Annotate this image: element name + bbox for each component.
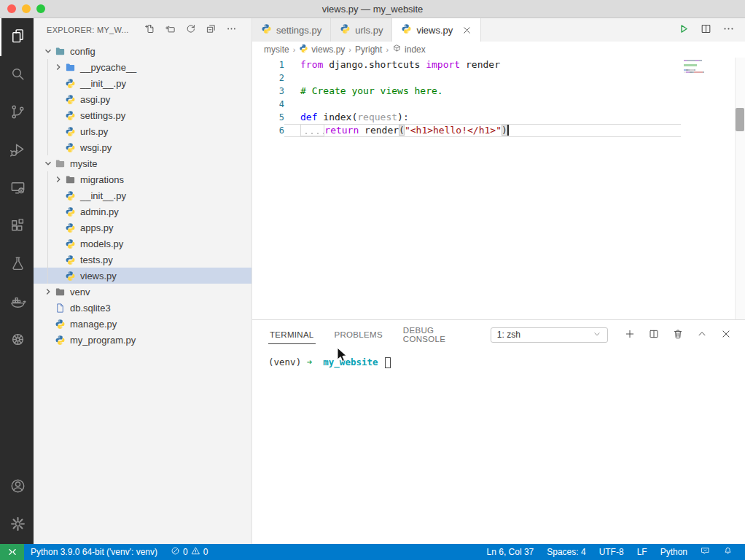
- breadcrumb-item-mysite[interactable]: mysite: [264, 44, 289, 55]
- python-icon: [64, 77, 76, 89]
- tree-indent: [42, 334, 54, 346]
- panel-tab-terminal[interactable]: TERMINAL: [268, 326, 316, 344]
- zoom-window-button[interactable]: [36, 4, 45, 13]
- split-terminal-icon[interactable]: [648, 328, 660, 342]
- activity-item-source-control[interactable]: [0, 94, 34, 132]
- code-line-6[interactable]: 6 return render("<h1>hello!</h1>"): [252, 124, 681, 137]
- collapse-all-icon[interactable]: [206, 23, 217, 36]
- chevron-right-icon: [52, 174, 64, 185]
- kill-terminal-icon[interactable]: [672, 328, 684, 342]
- activity-item-run-and-debug[interactable]: [0, 132, 34, 170]
- tree-item-manage-py[interactable]: manage.py: [34, 316, 251, 332]
- tree-item-views-py[interactable]: views.py: [34, 268, 251, 284]
- more-actions-icon[interactable]: [226, 23, 237, 36]
- tree-item-label: apps.py: [80, 222, 114, 233]
- tree-item-venv[interactable]: venv: [34, 284, 251, 300]
- code-token: "<h1>hello!</h1>": [405, 125, 502, 136]
- tree-item--init-py[interactable]: __init__.py: [34, 187, 251, 203]
- code-editor[interactable]: 1from django.shortcuts import render23# …: [252, 58, 745, 319]
- activity-item-remote-explorer[interactable]: [0, 170, 34, 208]
- tree-item-mysite[interactable]: mysite: [34, 155, 251, 171]
- panel-tab-problems[interactable]: PROBLEMS: [333, 326, 384, 343]
- tree-item--pycache-[interactable]: __pycache__: [34, 59, 251, 75]
- tree-item-wsgi-py[interactable]: wsgi.py: [34, 139, 251, 155]
- python-interpreter-item[interactable]: Python 3.9.0 64-bit ('venv': venv): [24, 544, 164, 560]
- activity-item-kubernetes[interactable]: [0, 322, 34, 359]
- status-label: LF: [637, 547, 647, 557]
- tree-item-apps-py[interactable]: apps.py: [34, 219, 251, 236]
- activity-item-docker[interactable]: [0, 284, 34, 322]
- breadcrumb-item-index[interactable]: index: [392, 44, 426, 55]
- tree-item-urls-py[interactable]: urls.py: [34, 123, 251, 139]
- status-language-mode[interactable]: Python: [654, 544, 694, 560]
- tree-item-migrations[interactable]: migrations: [34, 171, 251, 187]
- tree-item-db-sqlite3[interactable]: db.sqlite3: [34, 300, 251, 316]
- tree-item-config[interactable]: config: [34, 43, 251, 59]
- tab-settings-py[interactable]: settings.py: [252, 18, 331, 42]
- new-file-icon[interactable]: [144, 23, 155, 36]
- maximize-panel-icon[interactable]: [696, 328, 708, 342]
- panel-tab-debug-console[interactable]: DEBUG CONSOLE: [402, 322, 473, 348]
- python-icon: [64, 270, 76, 281]
- line-number: 4: [252, 99, 284, 109]
- status-notifications[interactable]: [717, 544, 739, 560]
- new-terminal-icon[interactable]: [624, 328, 636, 342]
- tree-item-asgi-py[interactable]: asgi.py: [34, 91, 251, 107]
- file-tree: config__pycache____init__.pyasgi.pysetti…: [34, 42, 251, 544]
- tab-views-py[interactable]: views.py: [392, 18, 481, 42]
- breadcrumb-item-views.py[interactable]: views.py: [299, 44, 345, 55]
- tree-item-settings-py[interactable]: settings.py: [34, 107, 251, 123]
- terminal-text: [378, 357, 384, 368]
- activity-item-manage[interactable]: [0, 506, 34, 544]
- code-line-4[interactable]: 4: [252, 98, 681, 111]
- refresh-icon[interactable]: [185, 23, 196, 36]
- activity-item-explorer[interactable]: [0, 18, 34, 56]
- remote-indicator[interactable]: [0, 544, 24, 560]
- tab-urls-py[interactable]: urls.py: [331, 18, 392, 42]
- close-tab-icon[interactable]: [461, 25, 472, 35]
- tree-item-label: __pycache__: [80, 62, 136, 73]
- split-editor-icon[interactable]: [700, 23, 712, 37]
- status-eol[interactable]: LF: [631, 544, 654, 560]
- code-line-3[interactable]: 3# Create your views here.: [252, 85, 681, 98]
- activity-item-search[interactable]: [0, 56, 34, 94]
- breadcrumb: mysite›views.py›Pyright›index: [252, 42, 745, 58]
- new-folder-icon[interactable]: [165, 23, 176, 36]
- close-window-button[interactable]: [7, 4, 16, 13]
- scrollbar-thumb[interactable]: [736, 108, 744, 131]
- close-panel-icon[interactable]: [720, 328, 732, 342]
- more-actions-icon[interactable]: [722, 23, 735, 37]
- breadcrumb-item-pyright[interactable]: Pyright: [355, 44, 382, 55]
- code-lines: 1from django.shortcuts import render23# …: [252, 58, 681, 137]
- activity-item-extensions[interactable]: [0, 208, 34, 246]
- code-line-5[interactable]: 5def index(request):: [252, 111, 681, 124]
- terminal-shell-select[interactable]: 1: zsh: [491, 327, 608, 343]
- minimap[interactable]: [684, 60, 732, 74]
- activity-item-testing[interactable]: [0, 246, 34, 284]
- problems-item[interactable]: 00: [164, 544, 214, 560]
- tree-indent: [52, 206, 64, 217]
- tree-item-tests-py[interactable]: tests.py: [34, 252, 251, 268]
- editor-scrollbar[interactable]: [735, 58, 745, 319]
- tree-item-models-py[interactable]: models.py: [34, 236, 251, 252]
- tree-item-admin-py[interactable]: admin.py: [34, 203, 251, 219]
- minimap-line: [684, 60, 732, 61]
- status-indentation[interactable]: Spaces: 4: [540, 544, 592, 560]
- tree-item--init-py[interactable]: __init__.py: [34, 75, 251, 91]
- code-line-2[interactable]: 2: [252, 71, 681, 85]
- chevron-right-icon: [52, 61, 64, 73]
- minimize-window-button[interactable]: [22, 4, 31, 13]
- activity-item-accounts[interactable]: [0, 468, 34, 506]
- minimap-token: [703, 71, 704, 73]
- tree-item-my-program-py[interactable]: my_program.py: [34, 332, 251, 348]
- status-tweet-feedback[interactable]: [694, 544, 717, 560]
- settings-gear-icon: [9, 516, 26, 534]
- tree-item-label: config: [70, 46, 95, 57]
- tree-item-label: migrations: [80, 174, 124, 185]
- terminal-output[interactable]: (venv) ➜ my_website: [252, 349, 745, 544]
- run-python-file-icon[interactable]: [677, 23, 690, 37]
- code-line-1[interactable]: 1from django.shortcuts import render: [252, 58, 681, 71]
- terminal-text: (venv): [268, 357, 307, 368]
- status-cursor-position[interactable]: Ln 6, Col 37: [480, 544, 541, 560]
- status-encoding[interactable]: UTF-8: [593, 544, 631, 560]
